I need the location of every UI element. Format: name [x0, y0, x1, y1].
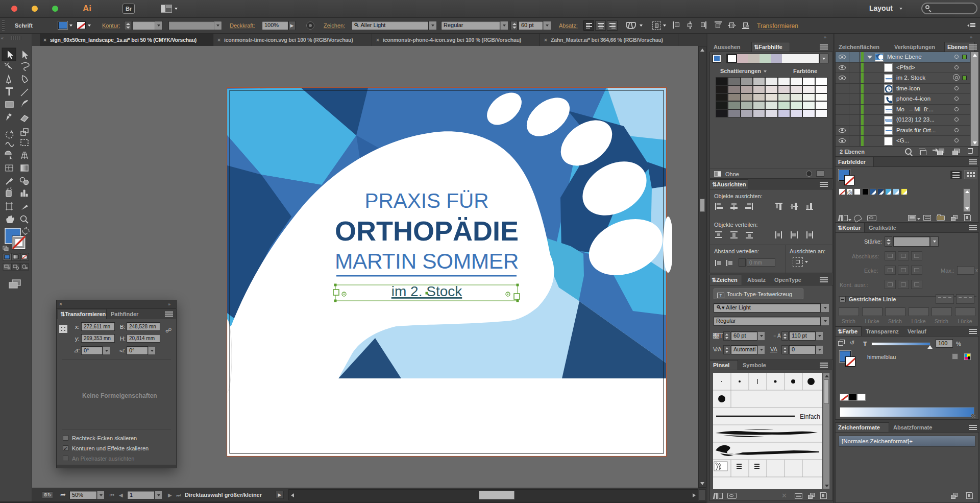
svg-text:Einfach: Einfach — [800, 413, 820, 420]
svg-text:ORTHOPÄDIE: ORTHOPÄDIE — [335, 215, 519, 246]
svg-text:im 2. Stock: im 2. Stock — [391, 283, 462, 299]
svg-text:PRAXIS FÜR: PRAXIS FÜR — [364, 189, 488, 212]
svg-text:MARTIN SOMMER: MARTIN SOMMER — [335, 249, 519, 273]
